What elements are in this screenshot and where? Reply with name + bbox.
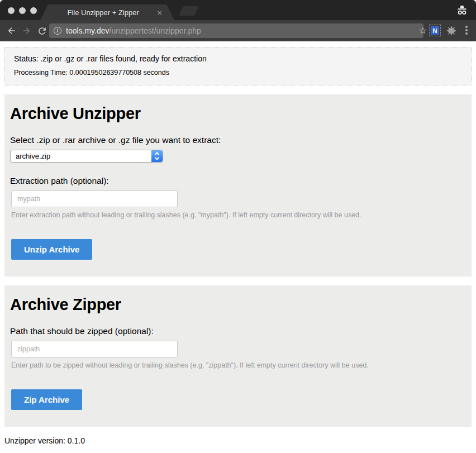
zipper-title: Archive Zipper <box>10 295 466 314</box>
menu-dot <box>465 26 468 28</box>
tab-close-icon[interactable]: × <box>157 8 162 17</box>
zipper-section: Archive Zipper Path that should be zippe… <box>4 285 472 427</box>
zip-path-help: Enter path to be zipped without leading … <box>11 361 466 369</box>
tab-file-unzipper[interactable]: File Unzipper + Zipper × <box>40 4 174 20</box>
zip-archive-button[interactable]: Zip Archive <box>11 389 82 410</box>
page-content: Status: .zip or .gz or .rar files found,… <box>0 47 476 445</box>
page-info-icon[interactable]: i <box>54 27 61 35</box>
menu-icon[interactable] <box>465 26 468 35</box>
chevron-down-icon <box>155 155 159 160</box>
extension-n-icon[interactable]: N <box>429 25 441 36</box>
browser-window: File Unzipper + Zipper × i tools.my.d <box>0 0 476 453</box>
extension-splat-icon[interactable] <box>446 25 457 36</box>
archive-select[interactable]: archive.zip <box>10 150 163 163</box>
tab-strip: File Unzipper + Zipper × <box>0 0 476 20</box>
extraction-path-input[interactable] <box>11 190 178 207</box>
select-stepper-icon <box>151 150 163 162</box>
url-domain: tools.my.dev <box>66 26 110 35</box>
url-text: tools.my.dev/unzippertest/unzipper.php <box>66 26 201 35</box>
url-path: /unzippertest/unzipper.php <box>110 26 201 35</box>
minimize-window-button[interactable] <box>19 7 26 14</box>
new-tab-button[interactable] <box>179 6 199 16</box>
back-button[interactable] <box>5 25 17 37</box>
status-box: Status: .zip or .gz or .rar files found,… <box>4 47 472 85</box>
tab-title: File Unzipper + Zipper <box>53 8 154 17</box>
menu-dot <box>465 32 468 35</box>
extraction-path-help: Enter extraction path without leading or… <box>11 211 466 219</box>
extraction-path-label: Extraction path (optional): <box>10 176 466 186</box>
menu-dot <box>465 29 468 31</box>
zip-path-label: Path that should be zipped (optional): <box>10 326 466 336</box>
bookmark-star-icon[interactable]: ☆ <box>419 25 427 36</box>
browser-toolbar: i tools.my.dev/unzippertest/unzipper.php… <box>0 20 476 41</box>
zip-path-input[interactable] <box>11 341 178 357</box>
close-window-button[interactable] <box>8 7 15 14</box>
version-text: Unzipper version: 0.1.0 <box>4 436 472 445</box>
unzipper-section: Archive Unzipper Select .zip or .rar arc… <box>4 94 472 276</box>
window-controls <box>8 7 37 14</box>
archive-select-value: archive.zip <box>11 152 50 160</box>
incognito-icon <box>456 5 468 17</box>
extension-n-label: N <box>431 26 439 35</box>
forward-button[interactable] <box>21 25 33 37</box>
zoom-window-button[interactable] <box>30 7 37 14</box>
processing-time-text: Processing Time: 0.00019502639770508 sec… <box>14 69 462 77</box>
archive-select-label: Select .zip or .rar archive or .gz file … <box>10 135 466 145</box>
status-text: Status: .zip or .gz or .rar files found,… <box>14 54 462 63</box>
address-bar[interactable]: i tools.my.dev/unzippertest/unzipper.php <box>49 23 423 38</box>
unzip-archive-button[interactable]: Unzip Archive <box>11 239 92 260</box>
unzipper-title: Archive Unzipper <box>10 104 466 123</box>
reload-button[interactable] <box>36 25 48 37</box>
